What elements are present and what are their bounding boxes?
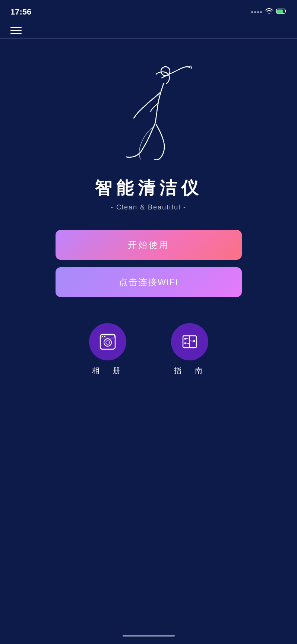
status-time: 17:56 (10, 7, 31, 17)
main-content: 智能清洁仪 - Clean & Beautiful - 开始使用 点击连接WiF… (0, 39, 297, 630)
guide-item[interactable]: 指 南 (171, 323, 208, 376)
battery-icon (276, 8, 287, 16)
menu-button[interactable] (10, 27, 24, 34)
bottom-icons-container: 相 册 指 南 (89, 323, 208, 376)
svg-rect-1 (285, 10, 286, 12)
home-indicator (0, 630, 297, 644)
svg-rect-2 (277, 10, 283, 13)
album-item[interactable]: 相 册 (89, 323, 126, 376)
album-icon-circle (89, 323, 126, 360)
guide-icon-circle (171, 323, 208, 360)
svg-point-14 (184, 342, 186, 344)
svg-point-8 (102, 336, 103, 337)
menu-line-1 (10, 27, 22, 28)
wifi-button[interactable]: 点击连接WiFi (56, 267, 242, 297)
svg-point-9 (104, 336, 105, 337)
start-button[interactable]: 开始使用 (56, 230, 242, 260)
home-bar (123, 635, 175, 637)
guide-label: 指 南 (174, 366, 205, 376)
logo-container (100, 61, 197, 165)
svg-point-5 (104, 339, 111, 346)
app-title: 智能清洁仪 (95, 177, 203, 200)
guide-icon (180, 332, 199, 351)
header (0, 22, 297, 39)
menu-line-3 (10, 33, 22, 34)
svg-point-6 (106, 341, 110, 344)
dancer-logo (104, 63, 193, 164)
album-label: 相 册 (92, 366, 123, 376)
menu-line-2 (10, 30, 22, 31)
album-icon (98, 332, 117, 351)
wifi-icon (265, 8, 273, 16)
signal-dots-icon (251, 11, 262, 13)
app-subtitle: - Clean & Beautiful - (111, 203, 186, 211)
status-icons (251, 8, 287, 16)
status-bar: 17:56 (0, 0, 297, 22)
svg-point-12 (184, 338, 186, 340)
svg-point-13 (193, 340, 195, 342)
